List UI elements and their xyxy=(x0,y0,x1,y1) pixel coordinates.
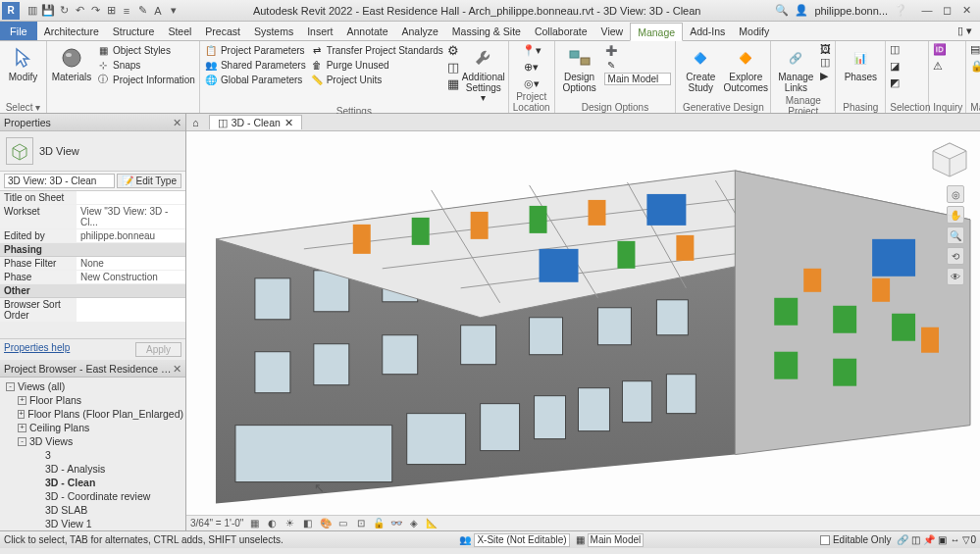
shared-parameters-button[interactable]: 👥Shared Parameters xyxy=(204,58,306,72)
expand-icon[interactable]: - xyxy=(18,437,26,446)
tree-node[interactable]: +Floor Plans xyxy=(2,393,183,407)
shadow-icon[interactable]: ◧ xyxy=(301,517,314,529)
macro-mgr-icon[interactable]: ▤ xyxy=(970,43,980,56)
viewport[interactable]: ◎ ✋ 🔍 ⟲ 👁 ↖ xyxy=(186,131,980,515)
qat-open-icon[interactable]: ▥ xyxy=(26,4,39,18)
project-parameters-button[interactable]: 📋Project Parameters xyxy=(204,43,306,57)
analytic-icon[interactable]: 📐 xyxy=(425,517,438,529)
panel-icon[interactable]: ▦ xyxy=(447,76,459,91)
user-name[interactable]: philippe.bonn... xyxy=(814,5,888,17)
tab-steel[interactable]: Steel xyxy=(161,22,198,40)
design-options-button[interactable]: Design Options xyxy=(559,43,600,95)
prop-phasefilter-value[interactable]: None xyxy=(77,257,185,270)
tree-node[interactable]: -3D Views xyxy=(2,434,183,448)
sel1-icon[interactable]: ◫ xyxy=(890,43,900,56)
nav-orbit-icon[interactable]: ⟲ xyxy=(947,247,964,265)
type-selector[interactable]: 3D View: 3D - Clean xyxy=(4,174,115,188)
tree-node[interactable]: -Views (all) xyxy=(2,379,183,393)
tab-analyze[interactable]: Analyze xyxy=(395,22,445,40)
sel-underlay-icon[interactable]: ◫ xyxy=(911,534,920,545)
prop-title-value[interactable] xyxy=(77,191,185,204)
edit-type-button[interactable]: 📝Edit Type xyxy=(117,174,181,188)
phases-button[interactable]: 📊Phases xyxy=(840,43,881,85)
tab-close-icon[interactable]: ✕ xyxy=(284,117,293,128)
modify-button[interactable]: Modify xyxy=(4,43,42,85)
help-icon[interactable]: ❔ xyxy=(894,4,907,17)
transfer-standards-button[interactable]: ⇄Transfer Project Standards xyxy=(310,43,443,57)
editable-only-checkbox[interactable] xyxy=(820,535,830,545)
qat-undo-icon[interactable]: ↶ xyxy=(73,4,86,18)
tree-node[interactable]: +Ceiling Plans xyxy=(2,421,183,434)
images-icon[interactable]: 🖼 xyxy=(820,43,831,55)
macro-sec-icon[interactable]: 🔒 xyxy=(970,60,980,73)
snaps-button[interactable]: ⊹Snaps xyxy=(96,58,195,72)
tree-node[interactable]: 3D - Analysis xyxy=(2,462,183,476)
tree-node[interactable]: +Floor Plans (Floor Plan_Enlarged) xyxy=(2,407,183,421)
location-icon[interactable]: 📍▾ xyxy=(522,44,542,57)
reveal-icon[interactable]: ◈ xyxy=(407,517,420,529)
tab-insert[interactable]: Insert xyxy=(300,22,339,40)
qat-save-icon[interactable]: 💾 xyxy=(41,4,55,18)
properties-close-icon[interactable]: ✕ xyxy=(173,117,181,128)
prop-phase-value[interactable]: New Construction xyxy=(77,271,185,283)
sel2-icon[interactable]: ◪ xyxy=(890,60,900,73)
tab-systems[interactable]: Systems xyxy=(247,22,300,40)
mep-icon[interactable]: ⚙ xyxy=(447,43,459,58)
prop-sort-value[interactable] xyxy=(77,298,185,322)
qat-thin-icon[interactable]: A xyxy=(151,4,165,18)
search-icon[interactable]: 🔍 xyxy=(775,4,789,17)
tree-node[interactable]: 3D - Coordinate review xyxy=(2,489,183,503)
additional-settings-button[interactable]: Additional Settings▾ xyxy=(463,43,504,106)
tab-massing[interactable]: Massing & Site xyxy=(445,22,528,40)
tab-annotate[interactable]: Annotate xyxy=(339,22,394,40)
warn-icon[interactable]: ⚠ xyxy=(933,60,943,73)
materials-button[interactable]: Materials xyxy=(51,43,92,85)
pos-icon[interactable]: ◎▾ xyxy=(524,77,540,90)
properties-header[interactable]: Properties✕ xyxy=(0,114,185,131)
properties-help-link[interactable]: Properties help xyxy=(4,342,70,357)
sel-link-icon[interactable]: 🔗 xyxy=(897,534,908,545)
struct-icon[interactable]: ◫ xyxy=(447,60,459,75)
qat-sync-icon[interactable]: ↻ xyxy=(57,4,71,18)
tree-node[interactable]: 3D - Clean xyxy=(2,476,183,489)
close-icon[interactable]: ✕ xyxy=(958,4,974,17)
add-to-set-button[interactable]: ➕ xyxy=(604,43,672,57)
tree-node[interactable]: 3D SLAB xyxy=(2,503,183,517)
tab-modify[interactable]: Modify xyxy=(732,22,776,40)
scale-label[interactable]: 3/64" = 1'-0" xyxy=(190,518,243,529)
crop-show-icon[interactable]: ⊡ xyxy=(354,517,367,529)
sel3-icon[interactable]: ◩ xyxy=(890,76,900,89)
design-option-combo[interactable]: Main Model xyxy=(604,73,672,85)
detail-icon[interactable]: ▦ xyxy=(248,517,261,529)
expand-icon[interactable]: + xyxy=(18,410,25,419)
workset-combo[interactable]: X-Site (Not Editable) xyxy=(474,533,569,547)
maximize-icon[interactable]: ◻ xyxy=(939,4,954,17)
ribbon-min-icon[interactable]: ▯ ▾ xyxy=(950,22,980,40)
tree-node[interactable]: 3 xyxy=(2,448,183,462)
tab-file[interactable]: File xyxy=(0,22,37,40)
qat-redo-icon[interactable]: ↷ xyxy=(88,4,102,18)
nav-look-icon[interactable]: 👁 xyxy=(947,268,964,285)
project-info-button[interactable]: ⓘProject Information xyxy=(96,73,195,86)
view-tab-3d-clean[interactable]: ◫3D - Clean✕ xyxy=(209,115,302,129)
coord-icon[interactable]: ⊕▾ xyxy=(524,61,539,74)
prop-editedby-value[interactable]: philippe.bonneau xyxy=(77,229,185,242)
model-combo[interactable]: Main Model xyxy=(588,533,645,547)
minimize-icon[interactable]: — xyxy=(919,4,935,17)
tree-node[interactable]: 3D View 1 xyxy=(2,517,183,530)
ids-icon[interactable]: 🆔 xyxy=(933,43,947,56)
pick-edit-button[interactable]: ✎ xyxy=(604,58,672,72)
user-icon[interactable]: 👤 xyxy=(795,4,808,17)
global-parameters-button[interactable]: 🌐Global Parameters xyxy=(204,73,306,86)
tab-architecture[interactable]: Architecture xyxy=(37,22,106,40)
nav-pan-icon[interactable]: ✋ xyxy=(947,206,964,224)
view-home-icon[interactable]: ⌂ xyxy=(186,117,205,128)
purge-unused-button[interactable]: 🗑Purge Unused xyxy=(310,58,443,72)
start-icon[interactable]: ▶ xyxy=(820,70,831,82)
view-cube[interactable] xyxy=(929,139,970,180)
create-study-button[interactable]: 🔷Create Study xyxy=(680,43,721,95)
crop-icon[interactable]: ▭ xyxy=(336,517,349,529)
visual-style-icon[interactable]: ◐ xyxy=(266,517,279,529)
nav-zoom-icon[interactable]: 🔍 xyxy=(947,227,964,244)
object-styles-button[interactable]: ▦Object Styles xyxy=(96,43,195,57)
